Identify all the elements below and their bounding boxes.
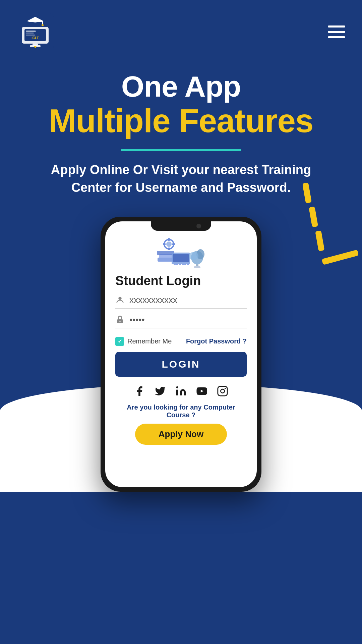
username-input-group	[115, 295, 247, 309]
forgot-password-link[interactable]: Forgot Password ?	[186, 337, 247, 345]
computer-course-text: Are you looking for any Computer Course …	[115, 404, 247, 419]
svg-point-37	[119, 321, 121, 322]
svg-rect-2	[26, 31, 36, 32]
screen-illustration	[154, 234, 208, 271]
svg-rect-18	[174, 264, 176, 265]
svg-rect-23	[187, 264, 189, 265]
remember-me-container[interactable]: ✓ Remember Me	[115, 337, 172, 346]
svg-rect-17	[173, 254, 189, 262]
screen-login-title: Student Login	[115, 274, 201, 288]
phone-camera	[196, 224, 201, 228]
svg-rect-34	[172, 243, 175, 245]
hamburger-line-1	[328, 25, 345, 28]
svg-rect-28	[194, 266, 200, 268]
hamburger-line-2	[328, 31, 345, 33]
login-button[interactable]: LOGIN	[115, 352, 247, 377]
svg-rect-33	[163, 243, 166, 245]
lock-icon	[115, 315, 125, 324]
phone-frame: Student Login	[101, 217, 261, 492]
remember-me-label: Remember Me	[127, 337, 172, 345]
user-icon	[115, 295, 125, 305]
password-input[interactable]	[129, 315, 247, 325]
phone-screen: Student Login	[105, 221, 257, 487]
apply-now-button[interactable]: Apply Now	[135, 424, 227, 445]
phone-notch	[151, 221, 211, 231]
hamburger-line-3	[328, 36, 345, 38]
svg-text:ICLT: ICLT	[32, 36, 39, 40]
svg-marker-12	[34, 46, 37, 48]
instagram-icon[interactable]	[217, 385, 228, 399]
svg-rect-38	[176, 390, 178, 395]
youtube-icon[interactable]	[196, 385, 207, 399]
hero-title-line2: Multiple Features	[20, 103, 342, 139]
logo-container: ICLT	[17, 13, 54, 50]
svg-point-26	[189, 252, 198, 260]
logo-icon: ICLT	[18, 15, 52, 49]
svg-rect-20	[179, 264, 181, 265]
svg-point-11	[42, 24, 44, 26]
svg-rect-21	[182, 264, 184, 265]
hero-title-line1: One App	[20, 70, 342, 103]
logo-box: ICLT	[17, 13, 54, 50]
facebook-icon[interactable]	[134, 385, 145, 399]
remember-forgot-row: ✓ Remember Me Forgot Password ?	[115, 337, 247, 346]
social-icons-row	[134, 385, 228, 399]
svg-point-39	[176, 386, 178, 388]
hero-section: One App Multiple Features Apply Online O…	[0, 57, 362, 197]
svg-rect-22	[184, 264, 186, 265]
svg-rect-3	[26, 33, 34, 34]
checkbox-checkmark: ✓	[118, 338, 122, 344]
password-input-group	[115, 315, 247, 328]
linkedin-icon[interactable]	[175, 385, 187, 399]
screen-content: Student Login	[105, 234, 257, 445]
svg-rect-31	[168, 238, 170, 241]
svg-rect-19	[176, 264, 178, 265]
hamburger-menu[interactable]	[328, 25, 345, 38]
hero-subtitle: Apply Online Or Visit your nearest Train…	[50, 161, 312, 197]
phone-section: Student Login	[0, 217, 362, 492]
twitter-icon[interactable]	[155, 385, 166, 399]
header: ICLT	[0, 0, 362, 57]
svg-rect-4	[26, 35, 35, 36]
phone-wrapper: Student Login	[101, 217, 261, 492]
deco-line-1	[302, 182, 312, 203]
svg-point-35	[118, 297, 121, 300]
svg-rect-32	[168, 248, 170, 250]
username-input[interactable]	[129, 295, 247, 305]
remember-checkbox[interactable]: ✓	[115, 337, 124, 346]
svg-rect-41	[218, 386, 227, 396]
hero-divider	[121, 149, 241, 151]
svg-point-30	[166, 241, 172, 247]
